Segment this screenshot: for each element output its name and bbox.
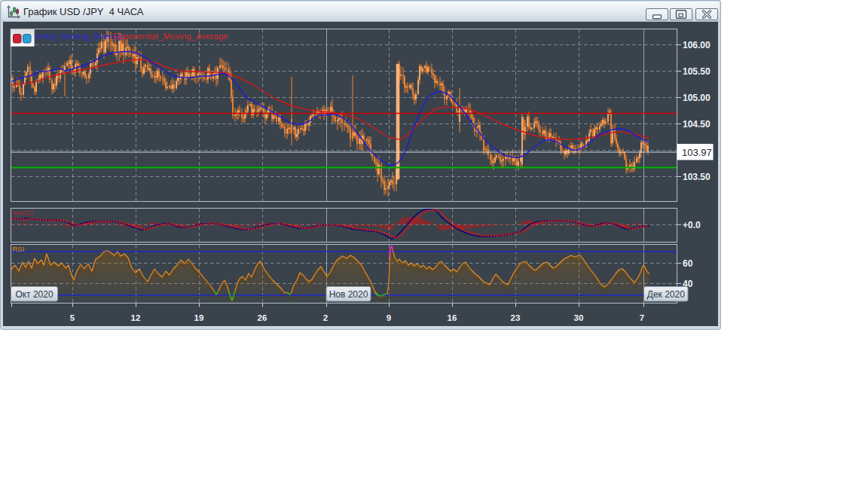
svg-text:+0.0: +0.0 — [683, 220, 701, 230]
svg-text:19: 19 — [194, 313, 204, 322]
svg-text:23: 23 — [511, 313, 521, 322]
svg-text:RSI: RSI — [13, 245, 25, 253]
svg-text:Нов 2020: Нов 2020 — [329, 289, 368, 300]
svg-text:Exponential_Moving_Average: Exponential_Moving_Average — [113, 32, 228, 41]
svg-text:5: 5 — [70, 313, 75, 322]
svg-text:12: 12 — [131, 313, 141, 322]
svg-text:104.50: 104.50 — [683, 119, 711, 130]
svg-text:16: 16 — [448, 313, 457, 322]
svg-text:MACD: MACD — [13, 209, 34, 217]
svg-text:103.50: 103.50 — [683, 172, 711, 182]
svg-text:7: 7 — [640, 313, 644, 322]
svg-text:2: 2 — [323, 313, 328, 322]
svg-text:Окт 2020: Окт 2020 — [15, 289, 53, 300]
svg-text:30: 30 — [574, 313, 584, 322]
svg-text:105.50: 105.50 — [683, 66, 711, 77]
svg-text:26: 26 — [258, 313, 267, 322]
svg-text:105.00: 105.00 — [683, 93, 711, 103]
svg-text:103.97: 103.97 — [682, 147, 712, 158]
svg-text:60: 60 — [683, 258, 693, 269]
svg-text:106.00: 106.00 — [683, 40, 711, 50]
svg-text:9: 9 — [387, 313, 391, 322]
svg-text:Дек 2020: Дек 2020 — [647, 289, 685, 300]
